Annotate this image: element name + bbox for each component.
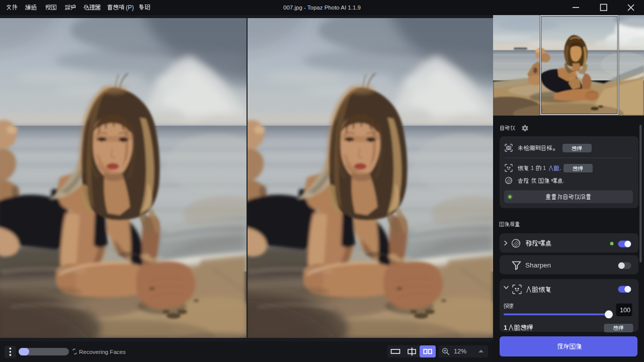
svg-text:.: . <box>563 177 565 184</box>
svg-text:(P): (P) <box>126 4 134 11</box>
svg-text:100: 100 <box>620 307 630 314</box>
svg-text:007.jpg - Topaz Photo AI 1.1.9: 007.jpg - Topaz Photo AI 1.1.9 <box>283 5 361 11</box>
svg-text:Sharpen: Sharpen <box>525 261 551 269</box>
svg-text:12%: 12% <box>454 348 466 355</box>
svg-text:1: 1 <box>504 324 507 331</box>
svg-text:.: . <box>560 165 561 171</box>
svg-text:1: 1 <box>543 165 546 171</box>
svg-text:Recovering Faces: Recovering Faces <box>79 349 126 355</box>
svg-text:1: 1 <box>531 165 534 171</box>
